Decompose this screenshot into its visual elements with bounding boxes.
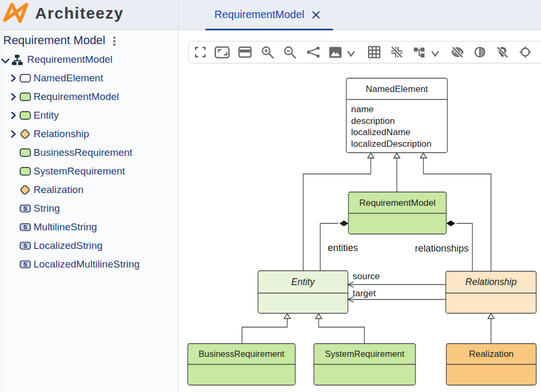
svg-text:relationships: relationships [415,243,469,254]
svg-text:localizedName: localizedName [351,127,411,137]
svg-text:RequirementModel: RequirementModel [359,198,436,208]
svg-text:source: source [353,271,380,281]
svg-text:S: S [23,205,27,212]
svg-text:Realization: Realization [469,349,513,359]
svg-text:entities: entities [328,243,358,253]
svg-text:S: S [23,261,27,268]
svg-text:NamedElement: NamedElement [365,84,428,94]
svg-text:localizedDescription: localizedDescription [351,139,431,149]
svg-text:target: target [353,288,376,298]
svg-text:S: S [23,243,27,249]
svg-text:Entity: Entity [292,277,315,287]
svg-text:description: description [351,116,395,126]
svg-text:name: name [351,104,374,114]
svg-text:SystemRequirement: SystemRequirement [325,349,405,358]
svg-text:Relationship: Relationship [465,277,517,287]
svg-text:S: S [23,224,27,230]
svg-text:BusinessRequirement: BusinessRequirement [198,349,285,358]
